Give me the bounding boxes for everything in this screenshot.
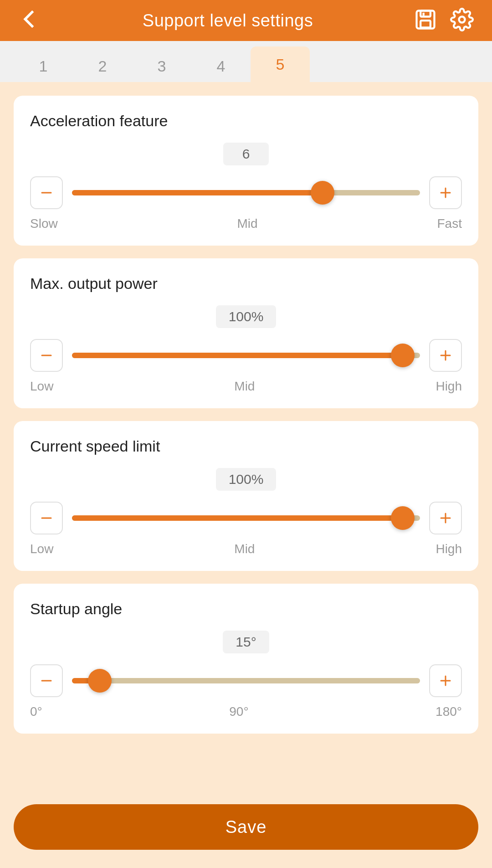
tab-4[interactable]: 4 (191, 50, 251, 82)
tab-3[interactable]: 3 (132, 50, 191, 82)
back-button[interactable] (18, 7, 42, 34)
startup-angle-max-label: 180° (436, 704, 462, 719)
output-power-labels: Low Mid High (30, 379, 462, 394)
startup-angle-card: Startup angle 15° (14, 584, 478, 734)
startup-angle-slider-row (30, 664, 462, 697)
output-power-min-label: Low (30, 379, 53, 394)
speed-limit-title: Current speed limit (30, 437, 462, 455)
output-power-value-display: 100% (30, 305, 462, 328)
speed-limit-value: 100% (216, 468, 277, 491)
acceleration-value: 6 (223, 143, 269, 165)
speed-limit-slider-row (30, 502, 462, 534)
startup-angle-value: 15° (223, 631, 269, 653)
output-power-decrement[interactable] (30, 339, 63, 372)
speed-limit-max-label: High (436, 542, 462, 556)
tab-2[interactable]: 2 (73, 50, 132, 82)
startup-angle-min-label: 0° (30, 704, 42, 719)
acceleration-value-display: 6 (30, 143, 462, 165)
output-power-title: Max. output power (30, 275, 462, 293)
startup-angle-increment[interactable] (429, 664, 462, 697)
startup-angle-value-display: 15° (30, 631, 462, 653)
svg-point-4 (459, 17, 465, 23)
startup-angle-labels: 0° 90° 180° (30, 704, 462, 719)
startup-angle-decrement[interactable] (30, 664, 63, 697)
speed-limit-mid-label: Mid (234, 542, 255, 556)
output-power-value: 100% (216, 305, 277, 328)
page-title: Support level settings (143, 11, 313, 31)
acceleration-min-label: Slow (30, 216, 58, 231)
speed-limit-labels: Low Mid High (30, 542, 462, 556)
header-icons (414, 8, 474, 33)
svg-rect-1 (420, 11, 430, 17)
output-power-card: Max. output power 100% (14, 258, 478, 408)
main-content: Acceleration feature 6 (0, 82, 492, 863)
acceleration-labels: Slow Mid Fast (30, 216, 462, 231)
tab-5[interactable]: 5 (251, 46, 310, 82)
output-power-mid-label: Mid (234, 379, 255, 394)
acceleration-mid-label: Mid (237, 216, 258, 231)
acceleration-increment[interactable] (429, 176, 462, 209)
acceleration-card: Acceleration feature 6 (14, 96, 478, 246)
speed-limit-decrement[interactable] (30, 502, 63, 534)
speed-limit-value-display: 100% (30, 468, 462, 491)
speed-limit-card: Current speed limit 100% (14, 421, 478, 571)
acceleration-title: Acceleration feature (30, 112, 462, 130)
speed-limit-min-label: Low (30, 542, 53, 556)
speed-limit-increment[interactable] (429, 502, 462, 534)
speed-limit-slider[interactable] (72, 502, 420, 534)
save-container: Save (0, 795, 492, 868)
save-icon[interactable] (414, 8, 437, 33)
startup-angle-mid-label: 90° (229, 704, 248, 719)
svg-rect-2 (420, 21, 430, 27)
settings-icon[interactable] (450, 8, 474, 33)
output-power-slider-row (30, 339, 462, 372)
output-power-slider[interactable] (72, 339, 420, 372)
acceleration-slider-row (30, 176, 462, 209)
save-button[interactable]: Save (14, 804, 478, 850)
acceleration-slider[interactable] (72, 176, 420, 209)
output-power-increment[interactable] (429, 339, 462, 372)
tabs: 1 2 3 4 5 (0, 41, 492, 82)
acceleration-decrement[interactable] (30, 176, 63, 209)
tab-1[interactable]: 1 (14, 50, 73, 82)
header: Support level settings (0, 0, 492, 41)
startup-angle-title: Startup angle (30, 600, 462, 618)
acceleration-max-label: Fast (437, 216, 462, 231)
startup-angle-slider[interactable] (72, 664, 420, 697)
output-power-max-label: High (436, 379, 462, 394)
